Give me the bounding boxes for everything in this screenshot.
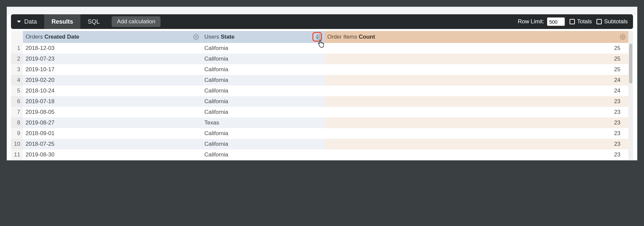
column-header-prefix: Order Items (327, 34, 359, 40)
row-number: 7 (11, 107, 23, 117)
column-header-prefix: Users (204, 34, 221, 40)
cell-created-date[interactable]: 2019-07-23 (23, 54, 202, 64)
cell-created-date[interactable]: 2018-10-24 (23, 86, 202, 96)
tab-sql-label: SQL (88, 18, 100, 25)
column-header-order-items-count[interactable]: Order Items Count (325, 31, 628, 43)
scrollbar-track[interactable] (628, 43, 633, 160)
subtotals-label: Subtotals (604, 18, 628, 25)
table-row: 112019-08-30California23 (11, 149, 633, 160)
cell-count[interactable]: 23 (325, 96, 628, 107)
rownum-header (11, 31, 23, 43)
explore-panel: Data Results SQL Add calculation Row Lim… (7, 7, 637, 160)
row-number: 5 (11, 86, 23, 96)
column-header-orders-created-date[interactable]: Orders Created Date (23, 31, 202, 43)
row-number: 10 (11, 139, 23, 149)
cell-state[interactable]: California (202, 107, 325, 117)
row-number: 1 (11, 43, 23, 54)
gear-icon[interactable] (316, 34, 322, 40)
row-number: 6 (11, 96, 23, 107)
cell-state[interactable]: California (202, 75, 325, 86)
cell-state[interactable]: California (202, 64, 325, 75)
cell-state[interactable]: California (202, 128, 325, 139)
column-header-field: Created Date (45, 34, 79, 40)
results-table: Orders Created Date Users State Order It… (11, 31, 633, 160)
table-row: 52018-10-24California24 (11, 86, 633, 96)
cell-created-date[interactable]: 2019-08-30 (23, 149, 202, 160)
table-row: 92018-09-01California23 (11, 128, 633, 139)
svg-point-1 (318, 36, 320, 38)
cell-created-date[interactable]: 2019-08-05 (23, 107, 202, 117)
row-number: 9 (11, 128, 23, 139)
add-calculation-button[interactable]: Add calculation (112, 16, 161, 27)
cell-state[interactable]: California (202, 43, 325, 54)
column-header-users-state[interactable]: Users State (202, 31, 325, 43)
tab-results-label: Results (52, 18, 73, 25)
totals-label: Totals (577, 18, 592, 25)
cell-count[interactable]: 23 (325, 128, 628, 139)
checkbox-icon (596, 19, 602, 24)
cell-state[interactable]: California (202, 149, 325, 160)
table-row: 42019-02-20California24 (11, 75, 633, 86)
cell-created-date[interactable]: 2019-10-17 (23, 64, 202, 75)
cell-count[interactable]: 24 (325, 75, 628, 86)
svg-point-0 (195, 36, 197, 38)
cell-count[interactable]: 23 (325, 139, 628, 149)
gear-icon[interactable] (193, 34, 199, 40)
tab-data[interactable]: Data (11, 14, 44, 29)
table-row: 32019-10-17California25 (11, 64, 633, 75)
table-row: 82019-08-27Texas23 (11, 117, 633, 128)
checkbox-icon (570, 19, 575, 24)
results-tbody: 12018-12-03California2522019-07-23Califo… (11, 43, 633, 160)
table-row: 62019-07-18California23 (11, 96, 633, 107)
row-limit-input[interactable] (547, 17, 565, 26)
subtotals-checkbox[interactable]: Subtotals (596, 18, 628, 25)
cell-created-date[interactable]: 2019-08-27 (23, 117, 202, 128)
cell-state[interactable]: California (202, 54, 325, 64)
cell-count[interactable]: 25 (325, 54, 628, 64)
cell-count[interactable]: 23 (325, 149, 628, 160)
scrollbar-thumb[interactable] (629, 44, 632, 84)
cell-count[interactable]: 24 (325, 86, 628, 96)
add-calculation-label: Add calculation (117, 18, 155, 25)
row-number: 11 (11, 149, 23, 160)
totals-checkbox[interactable]: Totals (570, 18, 592, 25)
toolbar-controls: Row Limit: Descending, Sort Order: 1 Tot… (518, 14, 633, 29)
cell-created-date[interactable]: 2018-12-03 (23, 43, 202, 54)
cell-created-date[interactable]: 2018-09-01 (23, 128, 202, 139)
cell-count[interactable]: 23 (325, 107, 628, 117)
row-limit-label: Row Limit: (518, 18, 544, 25)
panel-header-strip (7, 7, 637, 14)
gear-icon[interactable] (620, 34, 626, 40)
tab-results[interactable]: Results (44, 14, 80, 29)
column-header-prefix: Orders (26, 34, 45, 40)
cell-state[interactable]: California (202, 86, 325, 96)
cell-created-date[interactable]: 2018-07-25 (23, 139, 202, 149)
toolbar-tabs: Data Results SQL Add calculation (11, 14, 161, 29)
cell-created-date[interactable]: 2019-07-18 (23, 96, 202, 107)
chevron-down-icon (17, 21, 21, 23)
table-row: 22019-07-23California25 (11, 54, 633, 64)
tab-data-label: Data (24, 18, 37, 25)
column-header-field: Count (359, 34, 375, 40)
table-row: 12018-12-03California25 (11, 43, 633, 54)
cell-count[interactable]: 25 (325, 43, 628, 54)
svg-point-2 (622, 36, 624, 38)
row-number: 4 (11, 75, 23, 86)
cell-created-date[interactable]: 2019-02-20 (23, 75, 202, 86)
row-number: 3 (11, 64, 23, 75)
cell-count[interactable]: 25 (325, 64, 628, 75)
tab-sql[interactable]: SQL (80, 14, 107, 29)
column-header-field: State (221, 34, 235, 40)
scrollbar-track-header (628, 31, 633, 43)
cell-count[interactable]: 23 (325, 117, 628, 128)
row-number: 2 (11, 54, 23, 64)
cell-state[interactable]: California (202, 96, 325, 107)
cell-state[interactable]: California (202, 139, 325, 149)
results-toolbar: Data Results SQL Add calculation Row Lim… (11, 14, 633, 29)
row-limit-control: Row Limit: Descending, Sort Order: 1 (518, 17, 565, 26)
table-row: 102018-07-25California23 (11, 139, 633, 149)
results-table-wrap: ↓ Orders Created Date (11, 31, 633, 160)
row-number: 8 (11, 117, 23, 128)
table-row: 72019-08-05California23 (11, 107, 633, 117)
cell-state[interactable]: Texas (202, 117, 325, 128)
